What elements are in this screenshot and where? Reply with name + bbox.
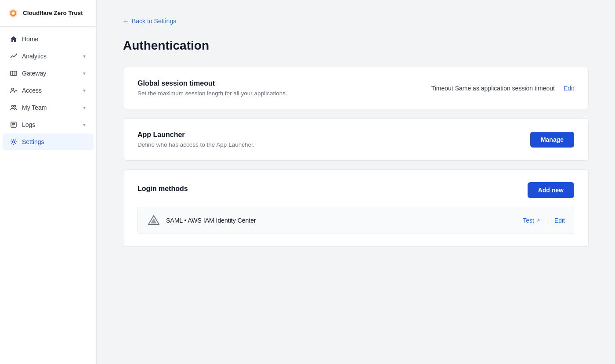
global-session-timeout-card: Global session timeout Set the maximum s… <box>123 67 589 109</box>
page-title: Authentication <box>123 39 589 53</box>
login-methods-title: Login methods <box>137 185 188 193</box>
home-icon <box>10 35 18 43</box>
sidebar-item-access[interactable]: Access ▼ <box>3 82 94 99</box>
sidebar-label-logs: Logs <box>22 121 35 128</box>
global-session-edit-link[interactable]: Edit <box>564 85 574 92</box>
app-launcher-card: App Launcher Define who has access to th… <box>123 118 589 161</box>
saml-icon <box>147 213 161 227</box>
chevron-down-icon: ▼ <box>82 123 87 127</box>
main-content: ← Back to Settings Authentication Global… <box>97 0 615 364</box>
add-new-button[interactable]: Add new <box>528 182 574 198</box>
app-launcher-description: Define who has access to the App Launche… <box>137 141 516 148</box>
timeout-info: Timeout Same as application session time… <box>431 85 555 92</box>
sidebar-item-logs[interactable]: Logs ▼ <box>3 116 94 133</box>
login-method-name: SAML • AWS IAM Identity Center <box>166 217 256 224</box>
global-session-content: Global session timeout Set the maximum s… <box>137 79 417 97</box>
sidebar: Cloudflare Zero Trust Home Analytics ▼ <box>0 0 97 364</box>
chevron-down-icon: ▼ <box>82 88 87 93</box>
sidebar-logo: Cloudflare Zero Trust <box>0 0 96 27</box>
login-method-edit-link[interactable]: Edit <box>549 217 565 224</box>
back-link-label: Back to Settings <box>132 18 176 25</box>
sidebar-item-home[interactable]: Home <box>3 31 94 47</box>
brand-name: Cloudflare Zero Trust <box>23 10 83 17</box>
login-methods-card: Login methods Add new SAML • AWS IAM Ide… <box>123 169 589 247</box>
test-link[interactable]: Test ↗ <box>523 217 545 224</box>
sidebar-label-access: Access <box>22 87 42 94</box>
manage-button[interactable]: Manage <box>530 132 574 148</box>
app-launcher-title: App Launcher <box>137 131 516 139</box>
sidebar-label-my-team: My Team <box>22 104 47 111</box>
sidebar-item-my-team[interactable]: My Team ▼ <box>3 99 94 116</box>
timeout-value-text: Same as application session timeout <box>455 85 555 92</box>
login-method-saml: SAML • AWS IAM Identity Center Test ↗ Ed… <box>137 207 574 234</box>
gateway-icon <box>10 69 18 77</box>
sidebar-label-gateway: Gateway <box>22 70 46 77</box>
team-icon <box>10 104 18 112</box>
sidebar-item-analytics[interactable]: Analytics ▼ <box>3 48 94 65</box>
login-methods-header: Login methods Add new <box>137 182 574 198</box>
test-label: Test <box>523 217 534 224</box>
app-launcher-content: App Launcher Define who has access to th… <box>137 131 516 148</box>
back-to-settings-link[interactable]: ← Back to Settings <box>123 18 589 25</box>
sidebar-item-gateway[interactable]: Gateway ▼ <box>3 65 94 82</box>
chevron-down-icon: ▼ <box>82 105 87 110</box>
cloudflare-logo-icon <box>7 7 19 19</box>
analytics-icon <box>10 52 18 60</box>
external-link-icon: ↗ <box>536 218 540 223</box>
back-arrow-icon: ← <box>123 18 129 25</box>
login-method-actions: Test ↗ Edit <box>523 216 565 224</box>
sidebar-item-settings[interactable]: Settings <box>3 133 94 150</box>
access-icon <box>10 86 18 94</box>
svg-point-5 <box>14 105 16 107</box>
timeout-label: Timeout <box>431 85 453 92</box>
svg-rect-0 <box>11 71 17 76</box>
login-method-left: SAML • AWS IAM Identity Center <box>147 213 256 227</box>
sidebar-nav: Home Analytics ▼ Gateway ▼ <box>0 27 96 364</box>
app-launcher-right: Manage <box>530 132 574 148</box>
global-session-title: Global session timeout <box>137 79 417 87</box>
global-session-right: Timeout Same as application session time… <box>431 85 574 92</box>
action-divider <box>547 216 547 224</box>
sidebar-label-home: Home <box>22 36 38 43</box>
logs-icon <box>10 121 18 129</box>
sidebar-label-analytics: Analytics <box>22 53 47 60</box>
global-session-description: Set the maximum session length for all y… <box>137 90 417 97</box>
chevron-down-icon: ▼ <box>82 54 87 59</box>
sidebar-label-settings: Settings <box>22 138 44 145</box>
svg-point-4 <box>12 105 14 107</box>
settings-icon <box>10 138 18 146</box>
svg-point-10 <box>13 141 15 143</box>
chevron-down-icon: ▼ <box>82 71 87 76</box>
svg-point-3 <box>12 88 14 90</box>
